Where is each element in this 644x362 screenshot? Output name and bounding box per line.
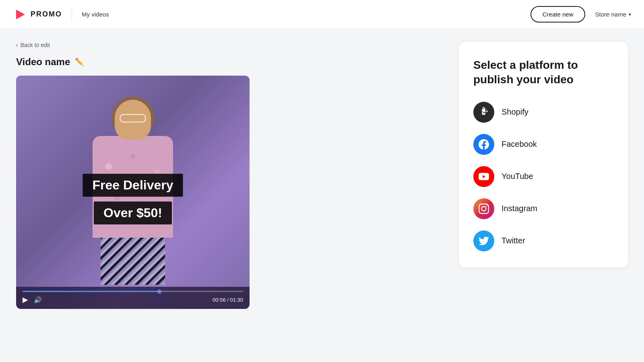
instagram-label: Instagram	[502, 204, 537, 213]
platform-item-instagram[interactable]: Instagram	[473, 198, 613, 219]
facebook-icon	[473, 134, 494, 155]
volume-button[interactable]: 🔊	[34, 296, 42, 304]
controls-row: ▶ 🔊 00:56 / 01:30	[23, 295, 243, 304]
facebook-svg	[479, 139, 489, 150]
facebook-label: Facebook	[502, 140, 537, 149]
video-title-row: Video name ✏️	[16, 56, 446, 68]
platform-item-facebook[interactable]: Facebook	[473, 134, 613, 155]
logo-text: PROMO	[31, 10, 62, 19]
logo[interactable]: PROMO	[13, 7, 62, 22]
progress-bar[interactable]	[23, 291, 243, 292]
video-controls: ▶ 🔊 00:56 / 01:30	[16, 287, 250, 309]
main-content: ‹ Back to edit Video name ✏️	[0, 29, 644, 362]
platform-list: Shopify Facebook YouTube	[473, 102, 613, 251]
back-link-label: Back to edit	[21, 42, 50, 48]
progress-dot	[157, 290, 161, 294]
figure-glasses	[120, 114, 146, 123]
header-right: Create new Store name ▾	[530, 6, 631, 23]
nav-my-videos[interactable]: My videos	[82, 11, 109, 18]
progress-fill	[23, 291, 159, 292]
video-player: Free Delivery Over $50! ▶ 🔊 00:56 / 01:3…	[16, 76, 250, 309]
figure-head-group	[115, 100, 151, 140]
video-title: Video name	[16, 56, 70, 68]
promo-logo-icon	[13, 7, 27, 22]
shopify-svg	[479, 107, 489, 117]
twitter-svg	[479, 236, 489, 246]
publish-panel: Select a platform to publish your video …	[459, 42, 628, 267]
back-arrow-icon: ‹	[16, 42, 18, 48]
svg-marker-0	[16, 10, 25, 19]
store-name-label: Store name	[595, 11, 626, 18]
edit-title-icon[interactable]: ✏️	[75, 58, 84, 66]
app-header: PROMO My videos Create new Store name ▾	[0, 0, 644, 29]
left-panel: ‹ Back to edit Video name ✏️	[16, 42, 446, 349]
header-divider	[72, 8, 72, 21]
youtube-label: YouTube	[502, 172, 533, 181]
video-overlay-text-2: Over $50!	[94, 202, 172, 224]
shopify-icon	[473, 102, 494, 123]
panel-title-line2: publish your video	[473, 73, 574, 86]
create-new-button[interactable]: Create new	[530, 6, 586, 23]
back-to-edit-link[interactable]: ‹ Back to edit	[16, 42, 446, 48]
instagram-icon	[473, 198, 494, 219]
twitter-icon	[473, 230, 494, 251]
instagram-svg	[479, 204, 489, 214]
chevron-down-icon: ▾	[629, 12, 631, 17]
video-overlay-text-1: Free Delivery	[83, 174, 183, 197]
video-background: Free Delivery Over $50!	[16, 76, 250, 309]
store-name-dropdown[interactable]: Store name ▾	[595, 11, 631, 18]
panel-title: Select a platform to publish your video	[473, 58, 613, 87]
play-button[interactable]: ▶	[23, 295, 28, 304]
shopify-label: Shopify	[502, 107, 528, 117]
platform-item-shopify[interactable]: Shopify	[473, 102, 613, 123]
twitter-label: Twitter	[502, 236, 525, 245]
time-display: 00:56 / 01:30	[213, 297, 243, 303]
panel-title-line1: Select a platform to	[473, 59, 578, 71]
controls-left: ▶ 🔊	[23, 295, 42, 304]
platform-item-youtube[interactable]: YouTube	[473, 166, 613, 187]
youtube-icon	[473, 166, 494, 187]
platform-item-twitter[interactable]: Twitter	[473, 230, 613, 251]
youtube-svg	[479, 171, 489, 182]
figure-pants	[101, 238, 165, 285]
figure-head	[115, 100, 151, 140]
